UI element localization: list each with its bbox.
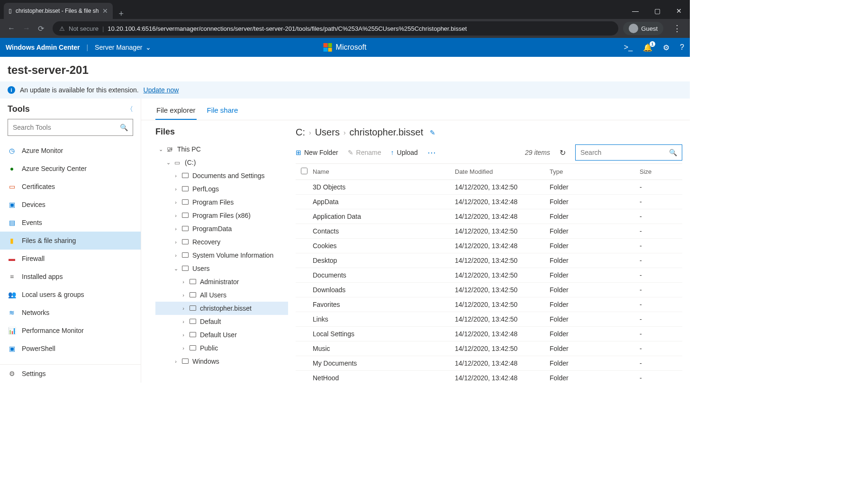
sidebar-item-firewall[interactable]: ▬Firewall: [0, 250, 141, 268]
close-window-icon[interactable]: ✕: [668, 7, 690, 15]
tab-file-share[interactable]: File share: [206, 103, 239, 120]
tree-user-folder[interactable]: ›Administrator: [155, 275, 288, 288]
new-tab-button[interactable]: +: [113, 9, 129, 19]
table-row[interactable]: Downloads14/12/2020, 13:42:50Folder-: [296, 283, 682, 297]
tools-search[interactable]: 🔍: [8, 119, 133, 136]
sidebar-item-devices[interactable]: ▣Devices: [0, 196, 141, 214]
file-search-input[interactable]: [580, 149, 669, 156]
new-folder-button[interactable]: ⊞ New Folder: [296, 149, 338, 156]
browser-tab[interactable]: ▯ christopher.bisset - Files & file sh ✕: [4, 3, 113, 19]
chevron-right-icon[interactable]: ›: [180, 279, 187, 285]
tree-folder[interactable]: ›System Volume Information: [155, 249, 288, 262]
col-type[interactable]: Type: [550, 168, 640, 175]
table-row[interactable]: Application Data14/12/2020, 13:42:48Fold…: [296, 209, 682, 224]
chevron-right-icon[interactable]: ›: [172, 213, 179, 218]
chevron-down-icon[interactable]: ⌄: [157, 146, 164, 152]
section-dropdown[interactable]: Server Manager ⌄: [95, 44, 151, 51]
chevron-right-icon[interactable]: ›: [180, 345, 187, 351]
tree-users[interactable]: ⌄ Users: [155, 262, 288, 275]
tree-root[interactable]: ⌄ 🖳 This PC: [155, 143, 288, 156]
table-row[interactable]: Cookies14/12/2020, 13:42:48Folder-: [296, 239, 682, 253]
chevron-right-icon[interactable]: ›: [180, 332, 187, 338]
chevron-right-icon[interactable]: ›: [172, 186, 179, 192]
tree-folder[interactable]: ›PerfLogs: [155, 182, 288, 196]
chevron-right-icon[interactable]: ›: [180, 305, 187, 311]
table-row[interactable]: Documents14/12/2020, 13:42:50Folder-: [296, 268, 682, 283]
upload-button[interactable]: ↑ Upload: [391, 149, 418, 156]
tree-user-folder[interactable]: ›Default: [155, 315, 288, 328]
forward-icon[interactable]: →: [23, 24, 30, 33]
tree-user-folder[interactable]: ›Default User: [155, 328, 288, 341]
sidebar-item-certificates[interactable]: ▭Certificates: [0, 178, 141, 196]
refresh-icon[interactable]: ↻: [560, 148, 566, 157]
tools-search-input[interactable]: [13, 124, 120, 131]
chevron-right-icon[interactable]: ›: [172, 252, 179, 258]
file-search[interactable]: 🔍: [575, 144, 682, 161]
table-row[interactable]: Local Settings14/12/2020, 13:42:48Folder…: [296, 327, 682, 341]
sidebar-item-installed-apps[interactable]: ≡Installed apps: [0, 268, 141, 286]
maximize-icon[interactable]: ▢: [646, 7, 668, 15]
edit-path-icon[interactable]: ✎: [430, 129, 435, 136]
chevron-right-icon[interactable]: ›: [172, 173, 179, 179]
sidebar-item-networks[interactable]: ≋Networks: [0, 304, 141, 322]
col-date[interactable]: Date Modified: [455, 168, 550, 175]
chevron-right-icon[interactable]: ›: [172, 226, 179, 232]
tree-user-folder[interactable]: ›Public: [155, 341, 288, 355]
sidebar-item-azure-monitor[interactable]: ◷Azure Monitor: [0, 142, 141, 160]
tree-folder[interactable]: ›ProgramData: [155, 222, 288, 235]
more-actions-icon[interactable]: ⋯: [427, 147, 437, 158]
tab-file-explorer[interactable]: File explorer: [155, 103, 197, 120]
product-name[interactable]: Windows Admin Center: [6, 44, 80, 51]
update-now-link[interactable]: Update now: [144, 86, 179, 94]
sidebar-item-files-file-sharing[interactable]: ▮Files & file sharing: [0, 232, 141, 250]
reload-icon[interactable]: ⟳: [38, 24, 44, 33]
browser-menu-icon[interactable]: ⋮: [668, 23, 686, 34]
table-row[interactable]: Desktop14/12/2020, 13:42:50Folder-: [296, 253, 682, 268]
settings-icon[interactable]: ⚙: [663, 43, 669, 52]
sidebar-item-azure-security-center[interactable]: ●Azure Security Center: [0, 160, 141, 178]
tree-user-folder[interactable]: ›christopher.bisset: [155, 302, 288, 315]
chevron-right-icon[interactable]: ›: [172, 239, 179, 245]
sidebar-item-powershell[interactable]: ▣PowerShell: [0, 340, 141, 358]
table-row[interactable]: Contacts14/12/2020, 13:42:50Folder-: [296, 224, 682, 239]
chevron-right-icon[interactable]: ›: [180, 319, 187, 324]
close-tab-icon[interactable]: ✕: [102, 7, 108, 15]
sidebar-item-events[interactable]: ▤Events: [0, 214, 141, 232]
guest-profile[interactable]: Guest: [623, 22, 663, 35]
col-name[interactable]: Name: [313, 168, 455, 175]
chevron-right-icon[interactable]: ›: [172, 199, 179, 205]
breadcrumb-seg[interactable]: christopher.bisset: [350, 127, 424, 138]
chevron-right-icon[interactable]: ›: [180, 292, 187, 298]
table-row[interactable]: My Documents14/12/2020, 13:42:48Folder-: [296, 356, 682, 371]
sidebar-item-settings[interactable]: ⚙ Settings: [0, 364, 141, 383]
back-icon[interactable]: ←: [8, 24, 15, 33]
powershell-icon[interactable]: >_: [624, 43, 633, 52]
chevron-down-icon[interactable]: ⌄: [172, 266, 179, 272]
breadcrumb-seg[interactable]: Users: [315, 127, 340, 138]
tree-folder[interactable]: ›Program Files: [155, 196, 288, 209]
chevron-down-icon[interactable]: ⌄: [165, 160, 172, 166]
table-row[interactable]: Links14/12/2020, 13:42:50Folder-: [296, 312, 682, 327]
table-row[interactable]: NetHood14/12/2020, 13:42:48Folder-: [296, 371, 682, 383]
chevron-right-icon[interactable]: ›: [172, 359, 179, 364]
col-size[interactable]: Size: [640, 168, 682, 175]
table-row[interactable]: Music14/12/2020, 13:42:50Folder-: [296, 341, 682, 356]
tree-windows[interactable]: › Windows: [155, 355, 288, 368]
table-row[interactable]: 3D Objects14/12/2020, 13:42:50Folder-: [296, 180, 682, 195]
select-all-checkbox[interactable]: [301, 168, 307, 174]
address-field[interactable]: ⚠ Not secure | 10.20.100.4:6516/serverma…: [53, 21, 618, 36]
sidebar-item-local-users-groups[interactable]: 👥Local users & groups: [0, 286, 141, 304]
help-icon[interactable]: ?: [680, 43, 684, 52]
sidebar-item-performance-monitor[interactable]: 📊Performance Monitor: [0, 322, 141, 340]
tree-folder[interactable]: ›Recovery: [155, 235, 288, 249]
notifications-button[interactable]: 🔔 1: [643, 43, 652, 52]
breadcrumb-seg[interactable]: C:: [296, 127, 305, 138]
table-row[interactable]: AppData14/12/2020, 13:42:48Folder-: [296, 195, 682, 209]
tree-folder[interactable]: ›Program Files (x86): [155, 209, 288, 222]
collapse-icon[interactable]: 〈: [127, 105, 133, 114]
table-row[interactable]: Favorites14/12/2020, 13:42:50Folder-: [296, 297, 682, 312]
tree-drive[interactable]: ⌄ ▭ (C:): [155, 156, 288, 169]
tree-user-folder[interactable]: ›All Users: [155, 288, 288, 302]
minimize-icon[interactable]: ―: [624, 7, 646, 15]
tree-folder[interactable]: ›Documents and Settings: [155, 169, 288, 182]
